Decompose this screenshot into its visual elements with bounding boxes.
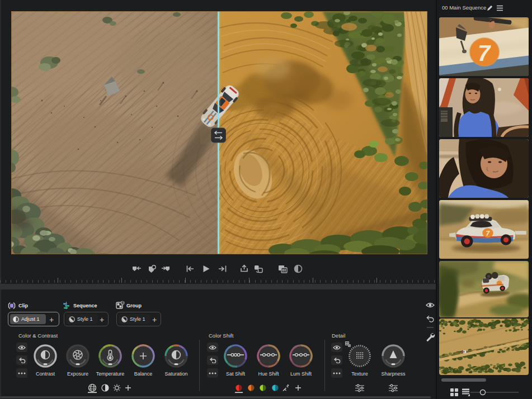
svg-text:7: 7: [478, 41, 491, 65]
svg-text:4: 4: [121, 301, 124, 305]
